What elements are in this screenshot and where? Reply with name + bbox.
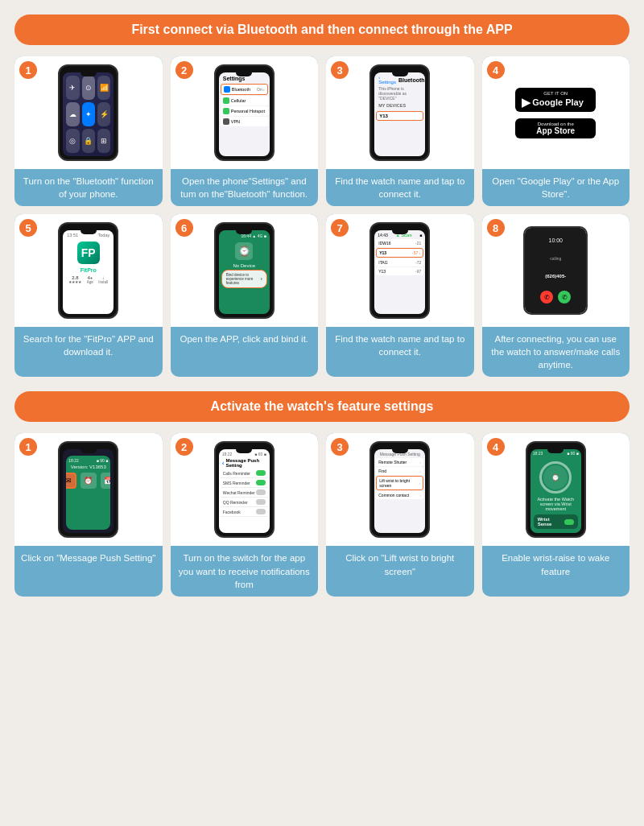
step-5-card: 5 13:51Today FP FitPro 2.8★★★★ 4+Ag: [14, 214, 163, 377]
step5-phone: 13:51Today FP FitPro 2.8★★★★ 4+Age ↓Inst…: [58, 222, 118, 319]
s2-step2-screen: 18:22■ 60 ■ ‹ Message Push Setting Calls…: [219, 449, 270, 533]
hotspot-row: Personal Hotspot: [221, 106, 268, 116]
qq-toggle-off[interactable]: [256, 499, 266, 505]
step-7-image: 7 14:43 ▲ Scan ■ IDW16-21: [326, 214, 474, 327]
step-2-card: 2 Settings Bluetooth On ›: [171, 56, 319, 206]
sms-reminder-toggle[interactable]: SMS Reminder: [221, 478, 268, 488]
y13-2-device: Y13-97: [376, 267, 423, 275]
hotspot-label: Personal Hotspot: [231, 109, 265, 114]
bt-icon: [224, 86, 230, 93]
s2-step-1-image: 1 18:22■ 90 ■ Version: V13653: [14, 433, 163, 546]
step-1-desc: Turn on the "Bluetooth" function of your…: [14, 169, 163, 206]
focus-icon: ◎: [66, 129, 79, 153]
end-call-button[interactable]: ✆: [540, 291, 553, 304]
s2-step1-phone: 18:22■ 90 ■ Version: V13653 ✉ ⏰: [58, 441, 118, 538]
step-number-4: 4: [487, 61, 505, 79]
hotspot-icon: [223, 108, 229, 114]
message-push-icon[interactable]: ✉: [66, 473, 76, 489]
green-app-screen: 18:22■ 90 ■ Version: V13653 ✉ ⏰: [66, 456, 110, 530]
step2-screen: Settings Bluetooth On › Cellular: [219, 72, 270, 156]
watch-face-inner: ⌚: [543, 465, 568, 489]
fb-toggle-off[interactable]: [256, 509, 266, 514]
accept-call-button[interactable]: ✆: [558, 291, 571, 304]
step-7-card: 7 14:43 ▲ Scan ■ IDW16-21: [326, 214, 474, 377]
control-center: ✈ ⊙ 📶 ☁ ✦ ⚡ ◎ 🔒 ⊞: [63, 72, 114, 156]
wechat-toggle-off[interactable]: [256, 489, 266, 495]
call-number: (626)405-: [545, 274, 566, 279]
s2-step-3-card: 3 Message Push Setting Remote Shutter›: [326, 433, 474, 596]
step-number-7: 7: [331, 219, 349, 237]
s2-step4-phone: 18:23■ 90 ■ ⌚ Activate the Watch screen …: [526, 441, 586, 538]
google-play-button[interactable]: GET IT ON ▶ Google Play: [515, 88, 596, 112]
signal-icon: 📶: [97, 76, 110, 100]
step-2-image: 2 Settings Bluetooth On ›: [171, 56, 319, 169]
wifi2-icon: ☁: [66, 102, 79, 126]
s2-step3-phone: Message Push Setting Remote Shutter› Fin…: [369, 441, 430, 538]
app-open-screen: 16:44 ▲ 4G ■ ⌚ No Device Bind device to …: [219, 230, 270, 314]
google-play-bottom-text: ▶ Google Play: [522, 96, 589, 109]
s2-step-1-card: 1 18:22■ 90 ■ Version: V13653: [14, 433, 163, 596]
step2-phone: Settings Bluetooth On › Cellular: [214, 64, 275, 161]
wrist-sense-screen: 18:23■ 90 ■ ⌚ Activate the Watch screen …: [530, 449, 581, 533]
step1-screen: ✈ ⊙ 📶 ☁ ✦ ⚡ ◎ 🔒 ⊞: [63, 72, 114, 156]
version-text: Version: V13653: [71, 465, 106, 469]
vpn-icon: [223, 118, 229, 125]
step-5-image: 5 13:51Today FP FitPro 2.8★★★★ 4+Ag: [14, 214, 163, 327]
s2-step-4-image: 4 18:23■ 90 ■ ⌚: [482, 433, 630, 546]
step-number-6: 6: [175, 219, 193, 237]
step-8-image: 8 10:00 calling (626)405- ✆ ✆: [482, 214, 630, 327]
calls-toggle-on[interactable]: [256, 470, 266, 476]
watch-calling: 10:00 calling (626)405- ✆ ✆: [523, 226, 588, 315]
lock-icon: 🔒: [82, 129, 95, 153]
y13-scan-device: Y13-57 ›: [376, 248, 423, 258]
itag-device: ITAG-72: [376, 258, 423, 266]
section1-title: First connect via Bluetooth and then con…: [14, 14, 630, 45]
step-5-desc: Search for the "FitPro" APP and download…: [14, 327, 163, 377]
step7-screen: 14:43 ▲ Scan ■ IDW16-21 Y13-57 ›: [374, 230, 425, 314]
lift-wrist-item[interactable]: Lift wrist to bright screen›: [376, 476, 423, 490]
cell-label: Cellular: [231, 98, 246, 103]
wrist-sense-toggle[interactable]: [564, 519, 574, 525]
step3-phone: ‹ Settings Bluetooth This iPhone is disc…: [369, 64, 430, 161]
app-store-bottom-text: App Store: [522, 126, 589, 135]
s2-s1-icons: Version: V13653 ✉ ⏰ 📅: [68, 465, 108, 489]
copy-icon: ⊞: [97, 129, 110, 153]
section1: First connect via Bluetooth and then con…: [14, 14, 630, 377]
bind-bar: Bind device to experience more features …: [221, 270, 267, 288]
s2-step-number-3: 3: [331, 438, 349, 456]
settings-screen: Settings Bluetooth On › Cellular: [219, 72, 270, 156]
step-4-image: 4 GET IT ON ▶ Google Play Download on th…: [482, 56, 630, 169]
wechat-reminder-toggle[interactable]: Wechat Reminder: [221, 488, 268, 498]
s2-step4-screen: 18:23■ 90 ■ ⌚ Activate the Watch screen …: [530, 449, 581, 533]
s2-step-number-4: 4: [487, 438, 505, 456]
fitpro-name: FitPro: [64, 267, 112, 273]
wrist-sense-toggle-row: Wrist Sense: [534, 514, 578, 529]
msg-push-header: ‹ Message Push Setting: [221, 457, 268, 469]
wrist-sense-description: Activate the Watch screen via Wrist move…: [534, 495, 578, 513]
section2-title: Activate the watch's feature settings: [14, 391, 630, 422]
app-store-area: GET IT ON ▶ Google Play Download on the …: [482, 81, 630, 145]
app-store-button[interactable]: Download on the App Store: [515, 118, 596, 138]
step-number-5: 5: [19, 219, 37, 237]
step-2-desc: Open the phone"Settings" and tum on the"…: [171, 169, 319, 206]
calls-reminder-toggle[interactable]: Calls Reminder: [221, 469, 268, 478]
step-4-card: 4 GET IT ON ▶ Google Play Download on th…: [482, 56, 630, 206]
step-1-card: 1 ✈ ⊙ 📶 ☁ ✦ ⚡ ◎ 🔒 ⊞: [14, 56, 163, 206]
step-number-2: 2: [175, 61, 193, 79]
bluetooth-screen: ‹ Settings Bluetooth This iPhone is disc…: [374, 72, 425, 156]
section1-grid: 1 ✈ ⊙ 📶 ☁ ✦ ⚡ ◎ 🔒 ⊞: [14, 56, 630, 377]
fitpro-stats: 2.8★★★★ 4+Age ↓Install: [64, 273, 112, 287]
my-devices-label: MY DEVICES: [376, 101, 423, 109]
step-number-1: 1: [19, 61, 37, 79]
facebook-toggle[interactable]: Facebook: [221, 507, 268, 517]
step-6-image: 6 16:44 ▲ 4G ■ ⌚ No Device Bind device t…: [171, 214, 319, 327]
reminder-icon: 📅: [101, 473, 111, 489]
qq-reminder-toggle[interactable]: QQ Reminder: [221, 498, 268, 507]
no-device-text: No Device: [221, 263, 267, 268]
step5-screen: 13:51Today FP FitPro 2.8★★★★ 4+Age ↓Inst…: [63, 230, 114, 314]
fitpro-screen: 13:51Today FP FitPro 2.8★★★★ 4+Age ↓Inst…: [63, 230, 114, 314]
sms-toggle-on[interactable]: [256, 480, 266, 485]
s2-step1-screen: 18:22■ 90 ■ Version: V13653 ✉ ⏰: [63, 449, 114, 533]
section2: Activate the watch's feature settings 1 …: [14, 391, 630, 596]
wifi-icon: ⊙: [82, 76, 95, 100]
